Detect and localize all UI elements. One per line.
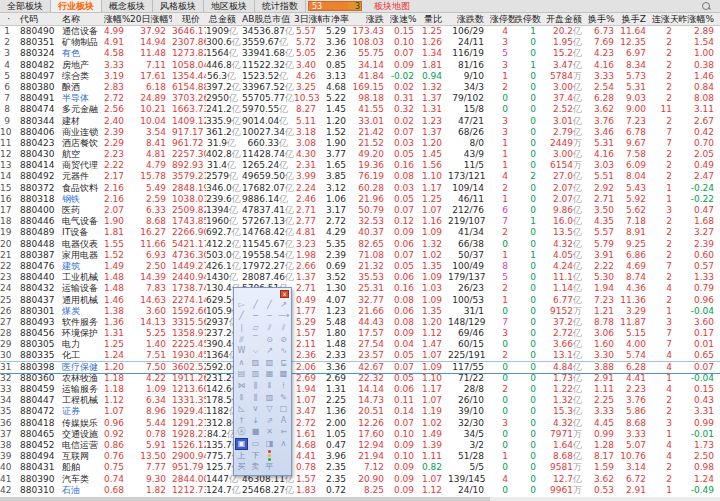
table-row[interactable]: 33880459运输服务1.181.091213.60142.6亿1.941.3…	[0, 384, 720, 395]
arrow-down-tool-icon[interactable]: ↓	[249, 415, 262, 427]
ray-tool-icon[interactable]: ⟶	[277, 311, 290, 323]
sell-tool-icon[interactable]: 卖	[249, 461, 262, 473]
column-header-seq[interactable]: ·	[0, 13, 16, 25]
bowtie-tool-icon[interactable]: ⋈	[235, 380, 248, 392]
table-row[interactable]: 35880472证券1.078.961929.431182亿3.471.3620…	[0, 406, 720, 417]
channel-tool-icon[interactable]: ⫽	[277, 322, 290, 334]
column-header-5[interactable]: 现价	[172, 13, 206, 25]
table-row[interactable]: 8880474多元金融2.5610.211663.73241.2亿5970.55…	[0, 104, 720, 115]
column-header-12[interactable]: 量比	[420, 13, 448, 25]
tab-sector-4[interactable]: 地区板块	[204, 0, 255, 12]
text-tool-icon[interactable]: A	[277, 415, 290, 427]
table-row[interactable]: 30880335化工1.247.511930.451364亿2.362.3323…	[0, 350, 720, 361]
grid-lines-tool-icon[interactable]: ▤	[235, 369, 248, 381]
table-row[interactable]: 9880344建材2.4010.041409.12335.9亿9014.04亿5…	[0, 116, 720, 127]
tab-sector-3[interactable]: 风格板块	[153, 0, 204, 12]
fan-tool-icon[interactable]: ◺	[235, 403, 248, 415]
column-header-15[interactable]: 跌停数	[514, 13, 542, 25]
search-icon[interactable]	[700, 0, 712, 12]
grid-lines2-tool-icon[interactable]: ▥	[249, 369, 262, 381]
bars3-tool-icon[interactable]: ⫴	[235, 392, 248, 404]
column-header-10[interactable]: 涨跌	[352, 13, 390, 25]
horizontal-scrollbar-thumb[interactable]	[0, 497, 490, 501]
dashed-line-tool-icon[interactable]: ╌	[263, 311, 276, 323]
column-header-13[interactable]: 涨跌数	[448, 13, 490, 25]
column-header-19[interactable]: 连涨天	[652, 13, 678, 25]
rectangle-tool-icon[interactable]: □	[277, 403, 290, 415]
table-row[interactable]: 1880490通信设备4.9937.923646.171909亿34536.87…	[0, 26, 720, 37]
triangle-wave-tool-icon[interactable]: ∧	[235, 357, 248, 369]
table-row[interactable]: 28880456环境保护1.315.251358.91237.2亿1.571.8…	[0, 328, 720, 339]
parallel-lines-tool-icon[interactable]: ⫽	[263, 322, 276, 334]
text-circle-tool-icon[interactable]: Ⓐ	[235, 427, 248, 439]
column-header-6[interactable]: 总金额	[206, 13, 242, 25]
table-row[interactable]: 17880400医药2.076.332509.821394亿47837.41亿2…	[0, 205, 720, 216]
column-header-9[interactable]: 市净率	[322, 13, 352, 25]
hatch-grid-tool-icon[interactable]: ▩	[277, 369, 290, 381]
column-header-14[interactable]: 涨停数	[490, 13, 514, 25]
table-row[interactable]: 12880430航空2.234.812257.30402.8亿11428.74亿…	[0, 149, 720, 160]
hatch-lines-tool-icon[interactable]: ⫻	[235, 334, 248, 346]
zigzag-tool-icon[interactable]: ⌵	[249, 345, 262, 357]
table-row[interactable]: 3880324有色4.5811.481273.821564亿33941.68亿5…	[0, 48, 720, 59]
grid-tool-icon[interactable]: ▦	[263, 369, 276, 381]
column-header-20[interactable]: 昨涨幅%	[678, 13, 720, 25]
table-row[interactable]: 4880482房地产3.337.111058.04446.8亿11522.32亿…	[0, 60, 720, 71]
horizontal-scrollbar[interactable]	[0, 497, 720, 501]
arc-tool-icon[interactable]: ⌒	[249, 334, 262, 346]
arrow-line-tool-icon[interactable]: ↗	[277, 299, 290, 311]
callout-tool-icon[interactable]: ➳	[277, 427, 290, 439]
pattern-box2-tool-icon[interactable]: ▧	[263, 357, 276, 369]
table-row[interactable]: 15880372食品饮料2.165.492848.19346.0亿17682.0…	[0, 183, 720, 194]
column-header-4[interactable]: 20日涨幅%	[130, 13, 172, 25]
table-row[interactable]: 14880492元器件2.1715.783579.212579亿49659.50…	[0, 171, 720, 182]
table-row[interactable]: 19880489IT设备1.8116.272266.90692.7亿14768.…	[0, 227, 720, 238]
column-header-11[interactable]: 涨速%	[390, 13, 420, 25]
filled-box-tool-icon[interactable]: ■	[249, 427, 262, 439]
table-row[interactable]: 25880437通用机械1.4614.632274.14629.5亿0.494.…	[0, 295, 720, 306]
down-label-tool-icon[interactable]: 下	[249, 450, 262, 462]
vertical-bars-tool-icon[interactable]: ⫼	[249, 380, 262, 392]
wave-tool-icon[interactable]: ∿	[277, 345, 290, 357]
line-tool-icon[interactable]: ╱	[249, 299, 262, 311]
bars4-tool-icon[interactable]: ⫼	[249, 392, 262, 404]
pointer-tool-icon[interactable]: ▻	[235, 299, 248, 311]
column-header-17[interactable]: 换手%	[588, 13, 620, 25]
table-row[interactable]: 27880493软件服务1.3614.133315.562937亿5.295.4…	[0, 317, 720, 328]
table-row[interactable]: 11880423酒店餐饮2.298.41961.7231.9亿660.33亿3.…	[0, 138, 720, 149]
table-row[interactable]: 22880476建筑1.492.501449.27426.1亿17972.27亿…	[0, 261, 720, 272]
table-row[interactable]: 2880351矿物制品4.9114.942307.86300.6亿3559.67…	[0, 37, 720, 48]
table-row[interactable]: 20880448电器仪表1.5511.665421.17412.2亿11545.…	[0, 239, 720, 250]
delete-tool-icon[interactable]: ✕	[263, 427, 276, 439]
table-row[interactable]: 34880447工程机械1.126.341331.35178.5亿1.072.2…	[0, 395, 720, 406]
arrow-up-tool-icon[interactable]: ↑	[235, 415, 248, 427]
table-row[interactable]: 38880452电信运营0.865.911526.12135.7亿4.680.4…	[0, 440, 720, 451]
table-row[interactable]: 32880360农林牧渔1.184.221911.26231.2亿2.692.6…	[0, 373, 720, 384]
column-header-18[interactable]: 换手Z	[620, 13, 652, 25]
flat-tool-icon[interactable]: 平	[263, 461, 276, 473]
pattern-box-tool-icon[interactable]: ▨	[249, 357, 262, 369]
table-row[interactable]: 5880497综合类3.1917.611354.4456.3亿1523.52亿4…	[0, 71, 720, 82]
table-row[interactable]: 26880301煤炭1.383.601592.66105.9亿1.771.232…	[0, 306, 720, 317]
table-row[interactable]: 10880406商业连锁2.393.54917.17361.2亿10027.34…	[0, 127, 720, 138]
table-row[interactable]: 39880494互联网0.7613.502900.94775.7亿4.413.9…	[0, 451, 720, 462]
hatch2-tool-icon[interactable]: ▨	[263, 392, 276, 404]
tab-industry-sectors[interactable]: 行业板块	[51, 0, 102, 12]
pencil-tool-icon[interactable]: ✎	[277, 392, 290, 404]
column-header-8[interactable]: 3日涨幅%	[294, 13, 322, 25]
tab-sector-2[interactable]: 概念板块	[102, 0, 153, 12]
dotted-bars-tool-icon[interactable]: ⁞	[277, 380, 290, 392]
selected-box-tool-icon[interactable]: ▣	[235, 438, 248, 450]
table-row[interactable]: 23880440工业机械1.4814.392440.941430亿28087.4…	[0, 272, 720, 283]
table-row[interactable]: 16880318钢铁2.162.591038.01239.6亿9886.14亿2…	[0, 194, 720, 205]
table-row[interactable]: 37880465交通设施0.920.781928.2384.2亿1.611.05…	[0, 429, 720, 440]
tab-sector-5[interactable]: 统计指数	[255, 0, 306, 12]
updown-line-tool-icon[interactable]: ↗	[263, 345, 276, 357]
drawing-tools-titlebar[interactable]: x	[234, 288, 291, 299]
buy-tool-icon[interactable]: 买	[235, 461, 248, 473]
hollow-box-tool-icon[interactable]: ▭	[249, 438, 262, 450]
column-header-3[interactable]: 涨幅%↓	[104, 13, 130, 25]
circle-tool-icon[interactable]: ⊙	[263, 334, 276, 346]
table-row[interactable]: 29880305电力1.251.402225.45390.4亿2.111.482…	[0, 339, 720, 350]
wave-w-tool-icon[interactable]: W	[235, 345, 248, 357]
